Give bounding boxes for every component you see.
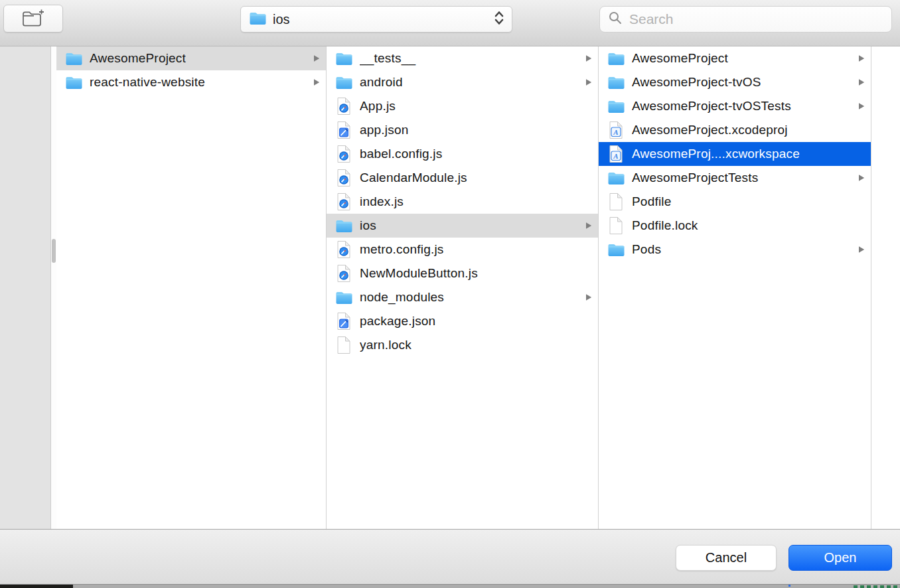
open-file-dialog: ios AwesomeProjectreact-native-website _… <box>0 0 900 584</box>
js-file-icon <box>335 97 353 115</box>
background-window-dark-area <box>0 585 73 588</box>
file-item-label: Podfile <box>632 194 865 209</box>
file-column-3: AwesomeProjectAwesomeProject-tvOSAwesome… <box>599 46 871 529</box>
background-window-blue-mark <box>788 585 790 587</box>
new-folder-button[interactable] <box>3 5 63 33</box>
folder-icon <box>607 242 625 257</box>
file-item-label: App.js <box>360 99 593 113</box>
disclosure-arrow-icon <box>313 54 321 62</box>
file-item-react-native-website[interactable]: react-native-website <box>56 70 326 94</box>
file-item-label: AwesomeProject <box>90 51 313 66</box>
file-column-1: AwesomeProjectreact-native-website <box>56 46 327 529</box>
file-item-metro.config.js[interactable]: metro.config.js <box>327 238 598 261</box>
js-file-icon <box>335 145 353 163</box>
disclosure-arrow-icon <box>585 222 593 230</box>
file-item-node_modules[interactable]: node_modules <box>327 285 598 309</box>
file-item-AwesomeProject[interactable]: AwesomeProject <box>599 46 871 70</box>
folder-icon <box>64 75 83 90</box>
js-file-icon <box>335 240 353 259</box>
svg-text:A: A <box>613 128 618 136</box>
new-folder-icon <box>21 8 46 30</box>
file-item-__tests__[interactable]: __tests__ <box>327 46 598 70</box>
column-browser: AwesomeProjectreact-native-website __tes… <box>0 46 900 529</box>
file-item-Podfile[interactable]: Podfile <box>599 190 871 214</box>
file-item-label: android <box>360 75 585 90</box>
file-item-label: AwesomeProject-tvOS <box>632 75 858 90</box>
file-item-android[interactable]: android <box>327 70 598 94</box>
scrollbar-thumb[interactable] <box>52 239 56 263</box>
file-item-AwesomeProject-tvOS[interactable]: AwesomeProject-tvOS <box>599 70 871 94</box>
folder-icon <box>607 75 625 90</box>
file-item-label: AwesomeProject.xcodeproj <box>632 123 865 137</box>
file-item-label: yarn.lock <box>360 338 593 352</box>
js-file-icon <box>335 264 353 283</box>
file-item-AwesomeProj....xcworkspace[interactable]: AAwesomeProj....xcworkspace <box>599 142 871 166</box>
disclosure-arrow-icon <box>858 54 865 62</box>
background-window-strip <box>0 584 900 588</box>
plain-file-icon <box>607 192 625 211</box>
file-item-Pods[interactable]: Pods <box>599 238 871 261</box>
xcode-file-icon: A <box>607 145 625 163</box>
file-item-App.js[interactable]: App.js <box>327 94 598 118</box>
file-item-babel.config.js[interactable]: babel.config.js <box>327 142 598 166</box>
search-field[interactable] <box>599 6 892 33</box>
disclosure-arrow-icon <box>585 54 593 62</box>
folder-icon <box>335 75 353 90</box>
cancel-button[interactable]: Cancel <box>676 545 777 571</box>
file-item-AwesomeProject[interactable]: AwesomeProject <box>56 46 326 70</box>
file-item-NewModuleButton.js[interactable]: NewModuleButton.js <box>327 261 598 285</box>
file-column-2: __tests__androidApp.jsapp.jsonbabel.conf… <box>327 46 599 529</box>
disclosure-arrow-icon <box>585 78 593 86</box>
folder-icon <box>607 51 625 66</box>
plain-file-icon <box>335 336 353 354</box>
file-item-label: package.json <box>360 314 593 329</box>
folder-icon <box>249 11 267 28</box>
file-item-label: Podfile.lock <box>632 218 865 233</box>
folder-icon <box>64 51 83 66</box>
sidebar-strip <box>0 46 51 529</box>
sidebar-scrollbar[interactable] <box>51 46 56 529</box>
file-item-index.js[interactable]: index.js <box>327 190 598 214</box>
file-item-label: CalendarModule.js <box>360 171 593 185</box>
file-item-label: metro.config.js <box>360 242 593 257</box>
file-item-AwesomeProject.xcodeproj[interactable]: AAwesomeProject.xcodeproj <box>599 118 871 142</box>
file-item-AwesomeProjectTests[interactable]: AwesomeProjectTests <box>599 166 871 190</box>
xcode-file-icon: A <box>607 121 625 139</box>
file-item-CalendarModule.js[interactable]: CalendarModule.js <box>327 166 598 190</box>
folder-icon <box>335 290 353 305</box>
js-file-icon <box>335 192 353 211</box>
file-item-yarn.lock[interactable]: yarn.lock <box>327 333 598 357</box>
search-input[interactable] <box>629 11 883 27</box>
file-item-label: NewModuleButton.js <box>360 266 593 281</box>
file-item-label: __tests__ <box>360 51 585 66</box>
file-item-ios[interactable]: ios <box>327 214 598 238</box>
file-item-label: react-native-website <box>90 75 313 90</box>
file-item-label: AwesomeProjectTests <box>632 171 858 185</box>
dialog-toolbar: ios <box>0 0 900 46</box>
file-item-label: babel.config.js <box>360 147 593 161</box>
file-item-AwesomeProject-tvOSTests[interactable]: AwesomeProject-tvOSTests <box>599 94 871 118</box>
current-folder-dropdown[interactable]: ios <box>240 6 512 33</box>
disclosure-arrow-icon <box>858 174 865 182</box>
open-button[interactable]: Open <box>788 545 892 571</box>
file-item-label: Pods <box>632 242 858 257</box>
folder-icon <box>607 99 625 113</box>
file-column-4-empty <box>871 46 900 529</box>
svg-text:A: A <box>613 152 618 160</box>
folder-icon <box>335 51 353 66</box>
file-item-app.json[interactable]: app.json <box>327 118 598 142</box>
file-item-label: AwesomeProj....xcworkspace <box>632 147 865 161</box>
chevron-up-down-icon <box>493 10 505 29</box>
file-item-label: AwesomeProject-tvOSTests <box>632 99 858 113</box>
js-file-icon <box>335 169 353 187</box>
disclosure-arrow-icon <box>858 102 865 110</box>
file-item-Podfile.lock[interactable]: Podfile.lock <box>599 214 871 238</box>
background-window-green-text-fragment <box>854 585 899 588</box>
disclosure-arrow-icon <box>858 78 865 86</box>
file-item-package.json[interactable]: package.json <box>327 309 598 333</box>
file-item-label: app.json <box>360 123 593 137</box>
folder-icon <box>335 218 353 233</box>
file-item-label: AwesomeProject <box>632 51 858 66</box>
disclosure-arrow-icon <box>313 78 321 86</box>
file-item-label: index.js <box>360 194 593 209</box>
